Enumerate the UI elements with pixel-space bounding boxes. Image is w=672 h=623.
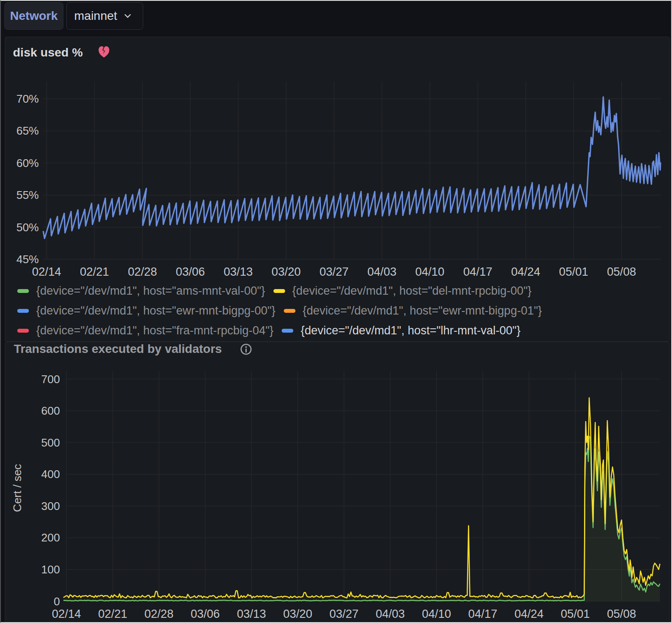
svg-text:03/13: 03/13: [237, 607, 266, 620]
svg-text:05/08: 05/08: [607, 265, 636, 278]
svg-text:03/27: 03/27: [330, 607, 359, 620]
svg-text:70%: 70%: [16, 92, 39, 105]
svg-text:02/14: 02/14: [52, 607, 81, 620]
svg-text:05/08: 05/08: [607, 607, 636, 620]
svg-text:55%: 55%: [16, 189, 39, 201]
svg-text:04/17: 04/17: [463, 265, 493, 278]
svg-text:65%: 65%: [16, 124, 39, 137]
svg-text:03/20: 03/20: [283, 607, 312, 620]
svg-text:300: 300: [41, 500, 60, 513]
svg-text:45%: 45%: [16, 253, 39, 266]
svg-text:02/28: 02/28: [128, 265, 157, 278]
svg-text:02/28: 02/28: [144, 607, 174, 620]
svg-text:04/10: 04/10: [422, 607, 451, 620]
svg-text:700: 700: [41, 373, 60, 386]
svg-text:05/01: 05/01: [561, 607, 590, 620]
svg-text:04/24: 04/24: [511, 265, 540, 278]
svg-text:02/21: 02/21: [98, 607, 127, 620]
svg-text:04/17: 04/17: [468, 607, 497, 620]
svg-text:03/13: 03/13: [224, 265, 253, 278]
svg-text:03/20: 03/20: [272, 265, 301, 278]
svg-text:02/21: 02/21: [80, 265, 109, 278]
svg-text:03/06: 03/06: [191, 607, 220, 620]
svg-text:04/03: 04/03: [367, 265, 397, 278]
svg-text:0: 0: [54, 595, 60, 608]
svg-text:04/24: 04/24: [515, 607, 544, 620]
svg-text:03/06: 03/06: [176, 265, 205, 278]
svg-text:Cert / sec: Cert / sec: [11, 464, 24, 512]
svg-text:200: 200: [41, 531, 60, 544]
svg-text:05/01: 05/01: [559, 265, 588, 278]
svg-text:04/03: 04/03: [376, 607, 405, 620]
svg-text:60%: 60%: [16, 157, 39, 170]
svg-text:50%: 50%: [16, 221, 39, 234]
svg-text:500: 500: [41, 436, 60, 449]
svg-text:04/10: 04/10: [415, 265, 445, 278]
svg-text:02/14: 02/14: [32, 265, 61, 278]
svg-text:100: 100: [41, 563, 60, 576]
svg-text:600: 600: [41, 404, 60, 417]
svg-text:400: 400: [41, 468, 60, 481]
svg-text:03/27: 03/27: [320, 265, 349, 278]
